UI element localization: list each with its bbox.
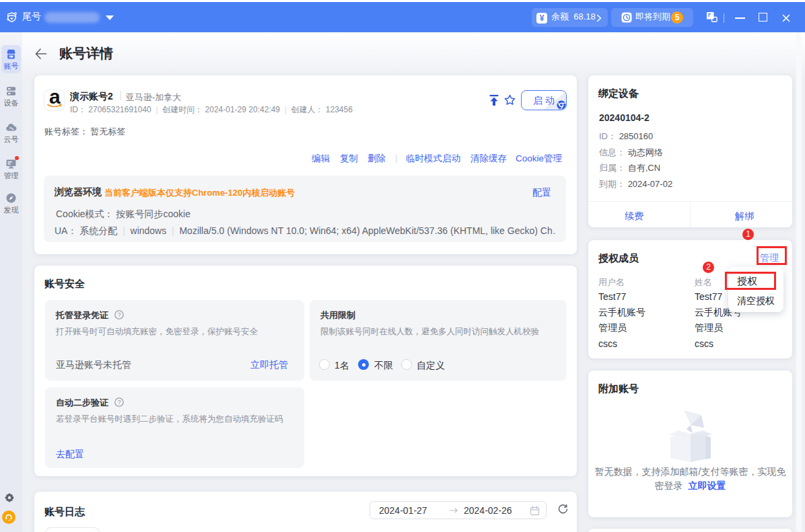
svg-text:?: ? [118,311,121,318]
svg-text:?: ? [118,399,121,406]
